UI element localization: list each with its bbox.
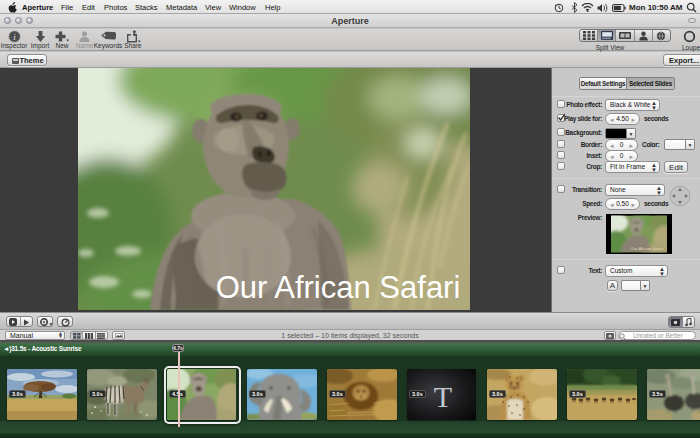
svg-text:Our African Safari: Our African Safari (216, 270, 461, 305)
svg-text:T: T (434, 380, 452, 413)
svg-text:Our African Safari: Our African Safari (630, 246, 663, 251)
